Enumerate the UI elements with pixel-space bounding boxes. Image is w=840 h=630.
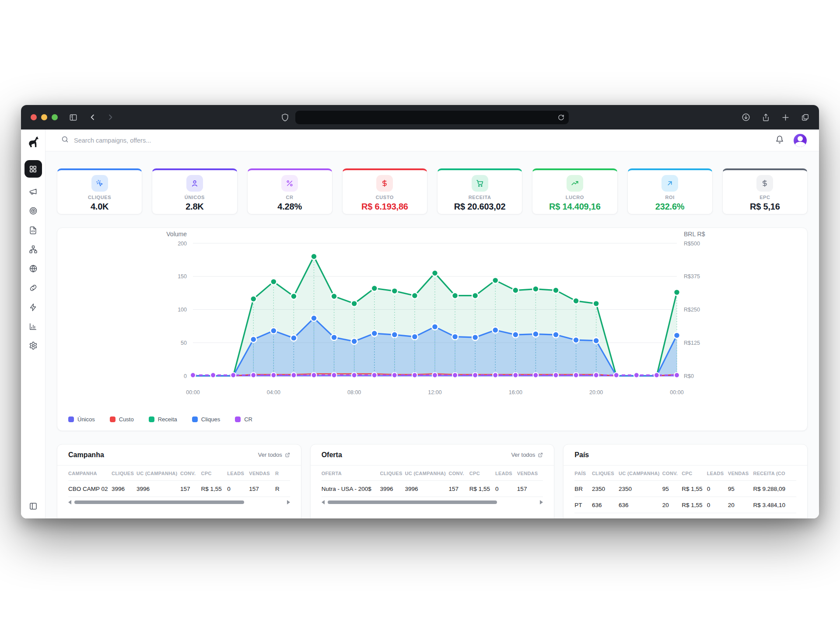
legend-swatch [235, 416, 241, 422]
table-cell: 20 [662, 497, 682, 513]
address-bar[interactable] [295, 111, 569, 124]
scroll-right-arrow[interactable] [287, 500, 290, 504]
table-cell: 0 [707, 481, 728, 497]
sidebar-item-dashboard[interactable] [24, 160, 42, 178]
svg-text:0: 0 [184, 373, 187, 379]
tab-overview-icon[interactable] [801, 113, 809, 122]
back-button-icon[interactable] [89, 113, 97, 121]
column-header: UC (CAMPANHA) [619, 466, 662, 481]
collapse-sidebar-icon[interactable] [29, 502, 38, 512]
svg-text:16:00: 16:00 [509, 389, 522, 396]
table-row[interactable]: CBO CAMP 0239963996157R$ 1,550157R [68, 481, 290, 497]
scrollbar-thumb[interactable] [74, 500, 244, 504]
cursor-click-icon [96, 179, 104, 187]
legend-label: CR [244, 416, 252, 423]
column-header: CPC [682, 466, 707, 481]
table-cell: R$ 1,55 [469, 481, 495, 497]
table-cell: 0 [707, 497, 728, 513]
kpi-label: EPC [723, 195, 807, 200]
svg-text:R$125: R$125 [684, 340, 700, 346]
table-cell: 636 [592, 497, 619, 513]
horizontal-scrollbar[interactable] [68, 500, 290, 504]
table-cell: 157 [249, 481, 275, 497]
table-title: Campanha [68, 451, 104, 459]
browser-sidebar-toggle-icon[interactable] [69, 113, 77, 122]
column-header: OFERTA [322, 466, 380, 481]
scroll-right-arrow[interactable] [540, 500, 543, 504]
table-row[interactable]: Nutra - USA - 200$39963996157R$ 1,550157 [322, 481, 543, 497]
table-cell: 3996 [405, 481, 449, 497]
table-cell: 2350 [619, 481, 662, 497]
sidebar-item-automation[interactable] [24, 298, 42, 316]
downloads-icon[interactable] [742, 113, 750, 122]
column-header: RECEITA (CO [753, 466, 796, 481]
sidebar-item-funnels[interactable] [24, 241, 42, 258]
table-card-pais: PaísPAÍSCLIQUESUC (CAMPANHA)CONV.CPCLEAD… [563, 444, 808, 518]
table-scroll-area[interactable]: CAMPANHACLIQUESUC (CAMPANHA)CONV.CPCLEAD… [57, 466, 301, 497]
svg-text:50: 50 [181, 340, 187, 346]
user-avatar[interactable] [794, 134, 807, 147]
kpi-value: 4.0K [57, 202, 142, 212]
column-header: LEADS [707, 466, 728, 481]
zoom-window-button[interactable] [52, 114, 58, 120]
kpi-label: CR [248, 195, 332, 200]
kpi-label: CLIQUES [57, 195, 142, 200]
column-header: R [275, 466, 290, 481]
dashboard-main: CLIQUES4.0KÚNICOS2.8KCR4.28%CUSTOR$ 6.19… [46, 151, 819, 518]
kpi-label: ROI [628, 195, 712, 200]
legend-label: Cliques [201, 416, 220, 423]
table-scroll-area[interactable]: PAÍSCLIQUESUC (CAMPANHA)CONV.CPCLEADSVEN… [564, 466, 807, 513]
table-cell: R [275, 481, 290, 497]
table-row[interactable]: BR2350235095R$ 1,55095R$ 9.288,09 [574, 481, 796, 497]
kpi-value: 2.8K [152, 202, 237, 212]
sidebar-item-links[interactable] [24, 279, 42, 297]
column-header: LEADS [227, 466, 249, 481]
privacy-shield-icon[interactable] [281, 113, 289, 122]
scrollbar-track[interactable] [74, 500, 284, 504]
kpi-value: 232.6% [628, 202, 712, 212]
global-search[interactable] [61, 136, 775, 145]
horizontal-scrollbar[interactable] [322, 500, 543, 504]
legend-item-custo[interactable]: Custo [110, 416, 134, 423]
sidebar-item-landers[interactable] [24, 221, 42, 239]
sidebar-item-settings[interactable] [24, 337, 42, 354]
table-cell: 95 [728, 481, 753, 497]
scroll-left-arrow[interactable] [68, 500, 71, 504]
legend-item-cr[interactable]: CR [235, 416, 252, 423]
svg-text:R$250: R$250 [684, 307, 700, 313]
legend-item-únicos[interactable]: Únicos [68, 416, 95, 423]
browser-window: CLIQUES4.0KÚNICOS2.8KCR4.28%CUSTOR$ 6.19… [21, 105, 819, 518]
legend-item-cliques[interactable]: Cliques [192, 416, 220, 423]
sidebar-item-offers[interactable] [24, 202, 42, 220]
notifications-bell-icon[interactable] [775, 135, 784, 146]
table-scroll-area[interactable]: OFERTACLIQUESUC (CAMPANHA)CONV.CPCLEADSV… [311, 466, 554, 497]
sidebar [21, 130, 46, 518]
ver-todos-link[interactable]: Ver todos [258, 452, 290, 458]
kpi-value: R$ 5,16 [723, 202, 807, 212]
scroll-left-arrow[interactable] [322, 500, 325, 504]
sidebar-item-reports[interactable] [24, 318, 42, 335]
svg-text:R$500: R$500 [684, 241, 700, 247]
scrollbar-thumb[interactable] [328, 500, 497, 504]
kpi-card-epc: EPCR$ 5,16 [722, 168, 808, 214]
new-tab-icon[interactable] [781, 113, 790, 122]
legend-item-receita[interactable]: Receita [149, 416, 177, 423]
sidebar-item-domains[interactable] [24, 260, 42, 277]
close-window-button[interactable] [31, 114, 37, 120]
kpi-card-cr: CR4.28% [247, 168, 332, 214]
forward-button-icon[interactable] [106, 113, 114, 121]
sidebar-item-campaigns[interactable] [24, 183, 42, 200]
reload-icon[interactable] [558, 114, 564, 121]
address-bar-input[interactable] [300, 114, 558, 121]
kpi-label: ÚNICOS [152, 195, 237, 200]
cart-icon [476, 179, 484, 187]
kpi-value: R$ 14.409,16 [532, 202, 617, 212]
dog-logo-icon[interactable] [27, 136, 40, 150]
dollar-icon [761, 179, 769, 187]
scrollbar-track[interactable] [328, 500, 537, 504]
minimize-window-button[interactable] [41, 114, 47, 120]
search-input[interactable] [74, 137, 258, 144]
ver-todos-link[interactable]: Ver todos [511, 452, 543, 458]
table-row[interactable]: PT63663620R$ 1,55020R$ 3.484,10 [574, 497, 796, 513]
share-icon[interactable] [762, 113, 770, 122]
